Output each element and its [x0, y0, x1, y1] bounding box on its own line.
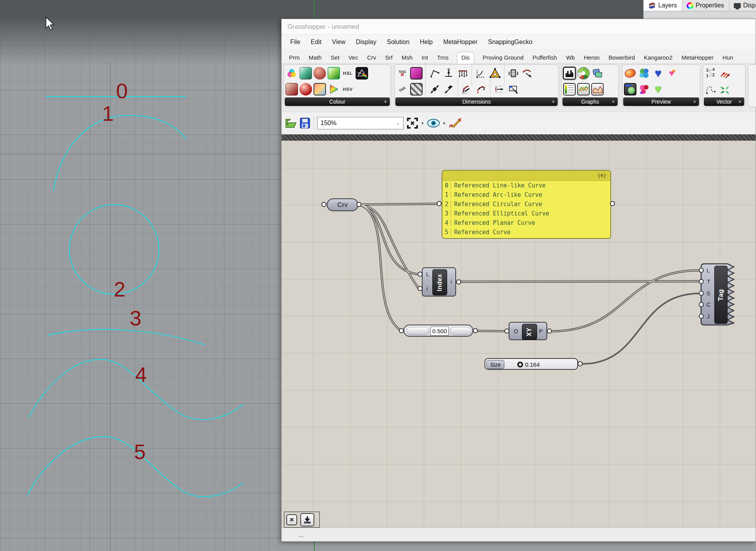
green-heart-icon[interactable]: ♥: [652, 83, 664, 95]
multi-gradient-square-icon[interactable]: [314, 83, 326, 95]
tag-icon[interactable]: TAG: [394, 81, 411, 98]
panel-output-nub[interactable]: [610, 201, 615, 206]
menu-snappinggecko[interactable]: SnappingGecko: [488, 39, 532, 46]
red-cube-icon[interactable]: [285, 83, 298, 95]
spheres-icon[interactable]: [638, 67, 650, 79]
window-title-bar[interactable]: Grasshopper - unnamed: [282, 19, 756, 35]
dim-box-icon[interactable]: [507, 67, 520, 79]
menu-file[interactable]: File: [290, 39, 300, 46]
tab-bowerbird[interactable]: Bowerbird: [608, 53, 636, 62]
section-colour-label[interactable]: Colour▼: [285, 97, 390, 106]
index-L-nub[interactable]: [418, 272, 423, 277]
menu-help[interactable]: Help: [420, 39, 433, 46]
dim-curve-icon[interactable]: [521, 67, 534, 79]
tab-display[interactable]: Disp: [729, 0, 756, 11]
section-graphs-label[interactable]: Graphs▼: [562, 97, 618, 106]
save-file-icon[interactable]: [300, 117, 310, 129]
dock-widget-button[interactable]: [300, 513, 314, 526]
hatch-icon[interactable]: [410, 83, 423, 95]
menu-metahopper[interactable]: MetaHopper: [443, 39, 478, 46]
tab-kangaroo2[interactable]: Kangaroo2: [643, 53, 673, 62]
tab-pufferfish[interactable]: Pufferfish: [532, 53, 557, 62]
colour-triangle-icon[interactable]: [328, 83, 340, 95]
tab-wb[interactable]: Wb: [566, 53, 575, 62]
gem-icon[interactable]: [624, 67, 636, 79]
histogram-icon[interactable]: [563, 67, 576, 79]
hsl-icon[interactable]: HSL: [342, 67, 354, 79]
menu-solution[interactable]: Solution: [387, 39, 409, 46]
tab-trns[interactable]: Trns: [437, 53, 449, 62]
tag-J-nub[interactable]: [699, 314, 704, 319]
chevron-down-icon[interactable]: ▾: [421, 121, 424, 126]
tag-T-nub[interactable]: [699, 279, 704, 284]
menu-display[interactable]: Display: [356, 39, 376, 46]
line-chart-icon[interactable]: [577, 83, 590, 95]
dim-arc-icon[interactable]: [461, 83, 473, 95]
point-on-curve[interactable]: 0.500: [404, 325, 473, 337]
tab-int[interactable]: Int: [421, 53, 428, 62]
zoom-select[interactable]: 150% ⌄: [317, 117, 404, 129]
tab-set[interactable]: Set: [330, 53, 340, 62]
xy-input-nub[interactable]: [504, 328, 509, 334]
tab-msh[interactable]: Msh: [401, 53, 413, 62]
tag-C-nub[interactable]: [699, 302, 704, 307]
crv-input-nub[interactable]: [321, 202, 326, 207]
dim-serial-icon[interactable]: [456, 67, 469, 79]
crv-param[interactable]: Crv: [327, 198, 358, 211]
tab-math[interactable]: Math: [308, 53, 322, 62]
panel-input-nub[interactable]: [437, 201, 442, 206]
size-slider[interactable]: Size 0.164: [485, 358, 578, 370]
red-sphere-icon[interactable]: [300, 83, 312, 95]
tag-delete-icon[interactable]: TAG✕: [396, 67, 409, 79]
dim-angle-icon[interactable]: [428, 67, 441, 79]
index-i-nub[interactable]: [418, 286, 423, 291]
section-dimensions-label[interactable]: Dimensions▼: [395, 97, 558, 106]
green-arrows-icon[interactable]: [719, 83, 731, 95]
open-file-icon[interactable]: [285, 117, 296, 129]
checker-heart-icon[interactable]: ♥: [652, 67, 664, 79]
xy-output-nub[interactable]: [547, 328, 552, 334]
tab-heron[interactable]: Heron: [583, 53, 600, 62]
dim-vertical-icon[interactable]: [442, 67, 455, 79]
poc-value-box[interactable]: 0.500: [430, 327, 449, 336]
dim-diagonal2-icon[interactable]: [442, 83, 455, 95]
canvas-top-scroll-strip[interactable]: [282, 134, 756, 141]
menu-edit[interactable]: Edit: [311, 39, 322, 46]
red-arrows-icon[interactable]: [719, 67, 731, 79]
dim-angle2-icon[interactable]: [475, 67, 487, 79]
dim-window-icon[interactable]: [507, 83, 520, 95]
item-index-component[interactable]: L i Index i: [422, 267, 456, 297]
poc-input-nub[interactable]: [399, 328, 404, 333]
tab-human[interactable]: Hun: [722, 53, 734, 62]
index-out-nub[interactable]: [456, 279, 461, 284]
area-chart-icon[interactable]: [591, 83, 604, 95]
tab-crv[interactable]: Crv: [367, 53, 376, 62]
tab-layers[interactable]: Layers: [643, 0, 682, 11]
crv-output-nub[interactable]: [356, 202, 361, 207]
viewport-sphere-icon[interactable]: [624, 83, 636, 95]
tab-metahopper[interactable]: MetaHopper: [681, 53, 714, 62]
donut-chart-icon[interactable]: [577, 67, 590, 79]
gradient-cube-icon[interactable]: [300, 67, 312, 79]
menu-view[interactable]: View: [332, 39, 345, 46]
zoom-extents-icon[interactable]: [407, 117, 418, 129]
close-canvas-widget-button[interactable]: ✕: [286, 514, 297, 525]
size-grip[interactable]: [517, 362, 523, 367]
sequence-icon[interactable]: 3412: [705, 67, 717, 79]
tag-L-nub[interactable]: [699, 268, 704, 273]
redraw-pen-icon[interactable]: [448, 117, 462, 129]
tab-proving-ground[interactable]: Proving Ground: [482, 53, 524, 62]
red-blob-icon[interactable]: [314, 67, 326, 79]
dim-diagonal-icon[interactable]: [428, 83, 441, 95]
legend-icon[interactable]: [563, 83, 576, 95]
curve-1[interactable]: [53, 115, 186, 191]
colour-wheel-icon[interactable]: [285, 67, 298, 79]
chevron-down-icon[interactable]: ▾: [443, 121, 446, 126]
preview-eye-icon[interactable]: [427, 118, 440, 128]
dim-triangle-icon[interactable]: [489, 67, 501, 79]
tab-srf[interactable]: Srf: [385, 53, 393, 62]
prism-icon[interactable]: [356, 67, 368, 79]
tab-vec[interactable]: Vec: [348, 53, 358, 62]
swatch-icon[interactable]: [410, 67, 423, 79]
section-vector-label[interactable]: Vector▼: [704, 97, 744, 106]
